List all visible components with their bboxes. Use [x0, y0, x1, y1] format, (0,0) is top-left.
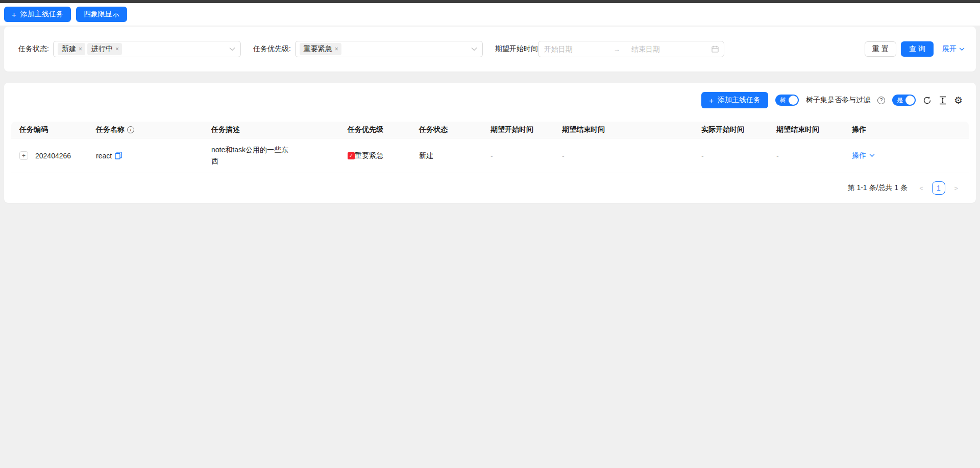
cell-expect-start: - — [482, 138, 554, 173]
table-header-row: 任务编码 任务名称 i 任务描述 任务优先级 任务状态 期望开始时间 期望结束时… — [11, 122, 969, 138]
question-circle-icon[interactable]: ? — [877, 97, 885, 104]
plus-icon: + — [12, 11, 16, 18]
top-button-strip: + 添加主线任务 四象限显示 — [0, 3, 980, 26]
switch-knob — [905, 96, 915, 105]
row-action-dropdown[interactable]: 操作 — [852, 151, 875, 160]
tree-filter-switch[interactable]: 是 — [892, 95, 916, 106]
task-table: 任务编码 任务名称 i 任务描述 任务优先级 任务状态 期望开始时间 期望结束时… — [11, 122, 969, 173]
priority-tag-important-urgent: 重要紧急 × — [300, 43, 341, 55]
quadrant-display-button[interactable]: 四象限显示 — [76, 7, 127, 22]
search-button[interactable]: 查 询 — [901, 41, 934, 57]
task-code-value: 202404266 — [35, 152, 71, 160]
tag-remove-icon[interactable]: × — [335, 46, 338, 52]
chevron-down-icon — [471, 47, 477, 51]
cell-task-status: 新建 — [411, 138, 482, 173]
end-date-input[interactable] — [631, 45, 698, 53]
task-priority-label: 任务优先级: — [253, 44, 291, 54]
tag-remove-icon[interactable]: × — [79, 46, 82, 52]
task-table-panel: + 添加主线任务 树 树子集是否参与过滤 ? 是 ⚙ 任务编码 — [4, 83, 976, 203]
table-row: + 202404266 react note和task公用的一些东西 — [11, 138, 969, 173]
th-expect-end-2: 期望结束时间 — [768, 122, 844, 138]
priority-checkbox-icon: ✓ — [348, 152, 355, 159]
add-main-task-button[interactable]: + 添加主线任务 — [4, 7, 71, 22]
chevron-down-icon — [869, 154, 875, 157]
start-date-input[interactable] — [544, 45, 610, 53]
reset-button[interactable]: 重 置 — [865, 41, 896, 57]
pagination-prev-button[interactable]: < — [915, 181, 928, 195]
cell-actions: 操作 — [844, 138, 969, 173]
expect-start-time-label: 期望开始时间 — [495, 44, 538, 54]
th-task-priority: 任务优先级 — [339, 122, 411, 138]
cell-expect-end: - — [554, 138, 693, 173]
refresh-icon[interactable] — [923, 96, 932, 105]
status-value: 新建 — [419, 151, 433, 159]
yes-switch-label: 是 — [897, 96, 903, 105]
quadrant-display-label: 四象限显示 — [84, 10, 119, 19]
pagination-total-text: 第 1-1 条/总共 1 条 — [848, 183, 908, 193]
add-main-task-button-table[interactable]: + 添加主线任务 — [701, 92, 768, 108]
status-tag-new: 新建 × — [58, 43, 85, 55]
priority-tag-label: 重要紧急 — [304, 44, 332, 54]
cell-task-code: + 202404266 — [11, 138, 88, 173]
cell-task-name: react — [88, 138, 203, 173]
task-name-value: react — [96, 152, 112, 160]
expect-start-value: - — [491, 152, 493, 160]
th-task-desc: 任务描述 — [203, 122, 339, 138]
pagination-next-button[interactable]: > — [949, 181, 963, 195]
th-actual-start: 实际开始时间 — [693, 122, 768, 138]
expand-label: 展开 — [942, 44, 957, 54]
task-priority-select[interactable]: 重要紧急 × — [295, 41, 483, 57]
priority-value: 重要紧急 — [355, 151, 383, 160]
info-circle-icon[interactable]: i — [127, 126, 134, 133]
tree-filter-text: 树子集是否参与过滤 — [806, 96, 870, 105]
add-main-task-table-label: 添加主线任务 — [718, 96, 761, 105]
date-range-picker[interactable]: → — [538, 41, 724, 57]
tree-mode-switch[interactable]: 树 — [775, 95, 799, 106]
task-desc-value: note和task公用的一些东西 — [211, 145, 294, 167]
task-status-select[interactable]: 新建 × 进行中 × — [53, 41, 241, 57]
th-expect-end: 期望结束时间 — [554, 122, 693, 138]
filter-task-status: 任务状态: 新建 × 进行中 × — [18, 41, 241, 57]
pagination: 第 1-1 条/总共 1 条 < 1 > — [11, 181, 969, 195]
pagination-page-1[interactable]: 1 — [932, 181, 945, 195]
add-main-task-label: 添加主线任务 — [20, 10, 63, 19]
filter-panel: 任务状态: 新建 × 进行中 × 任务优先级: 重要紧急 × — [4, 27, 976, 72]
chevron-down-icon — [229, 47, 235, 51]
copy-icon[interactable] — [115, 152, 122, 159]
status-tag-inprogress-label: 进行中 — [91, 44, 113, 54]
expect-end-2-value: - — [776, 152, 779, 160]
tree-switch-label: 树 — [780, 96, 786, 105]
th-task-status: 任务状态 — [411, 122, 482, 138]
cell-task-priority: ✓ 重要紧急 — [339, 138, 411, 173]
row-expand-icon[interactable]: + — [19, 151, 28, 160]
th-expect-start: 期望开始时间 — [482, 122, 554, 138]
filter-expect-start-time: 期望开始时间 → — [495, 41, 724, 57]
expand-toggle-link[interactable]: 展开 — [942, 44, 965, 54]
th-task-name-label: 任务名称 — [96, 125, 125, 134]
status-tag-inprogress: 进行中 × — [87, 43, 122, 55]
cell-expect-end-2: - — [768, 138, 844, 173]
search-label: 查 询 — [909, 44, 925, 54]
cell-task-desc: note和task公用的一些东西 — [203, 138, 339, 173]
table-toolbar: + 添加主线任务 树 树子集是否参与过滤 ? 是 ⚙ — [11, 92, 969, 108]
th-task-code: 任务编码 — [11, 122, 88, 138]
plus-icon: + — [709, 97, 714, 104]
th-task-name: 任务名称 i — [88, 122, 203, 138]
settings-gear-icon[interactable]: ⚙ — [954, 96, 963, 105]
range-arrow-icon: → — [614, 45, 620, 53]
actual-start-value: - — [701, 152, 704, 160]
th-actions: 操作 — [844, 122, 969, 138]
switch-knob — [789, 96, 798, 105]
cell-actual-start: - — [693, 138, 768, 173]
row-action-label: 操作 — [852, 151, 866, 160]
calendar-icon — [712, 45, 719, 53]
filter-task-priority: 任务优先级: 重要紧急 × — [253, 41, 483, 57]
column-height-icon[interactable] — [939, 96, 947, 105]
filter-actions: 重 置 查 询 展开 — [865, 41, 965, 57]
tag-remove-icon[interactable]: × — [115, 46, 119, 52]
status-tag-new-label: 新建 — [62, 44, 76, 54]
task-status-label: 任务状态: — [18, 44, 49, 54]
reset-label: 重 置 — [872, 44, 889, 54]
expect-end-value: - — [562, 152, 565, 160]
chevron-down-icon — [959, 48, 965, 51]
